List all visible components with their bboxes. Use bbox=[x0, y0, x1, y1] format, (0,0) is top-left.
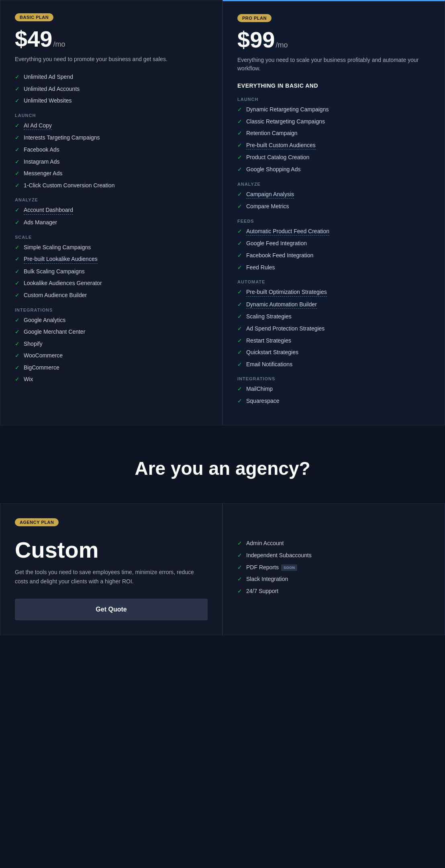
feature-label: Ad Spend Protection Strategies bbox=[246, 325, 325, 333]
check-icon: ✓ bbox=[237, 313, 242, 320]
agency-badge: AGENCY PLAN bbox=[15, 518, 59, 526]
list-item: ✓Email Notifications bbox=[237, 361, 430, 369]
feature-label: Classic Retargeting Campaigns bbox=[246, 118, 325, 126]
section-header: LAUNCH bbox=[15, 113, 208, 118]
list-item: ✓Independent Subaccounts bbox=[237, 552, 430, 560]
basic-sections: LAUNCH✓AI Ad Copy✓Interests Targeting Ca… bbox=[15, 113, 208, 384]
check-icon: ✓ bbox=[15, 219, 20, 226]
check-icon: ✓ bbox=[15, 280, 20, 286]
list-item: ✓Google Analytics bbox=[15, 316, 208, 324]
check-icon: ✓ bbox=[15, 256, 20, 262]
check-icon: ✓ bbox=[237, 588, 242, 594]
check-icon: ✓ bbox=[237, 142, 242, 148]
check-icon: ✓ bbox=[15, 182, 20, 189]
check-icon: ✓ bbox=[237, 349, 242, 355]
check-icon: ✓ bbox=[237, 191, 242, 197]
list-item: ✓PDF ReportsSOON bbox=[237, 564, 430, 572]
check-icon: ✓ bbox=[237, 576, 242, 582]
check-icon: ✓ bbox=[237, 252, 242, 259]
list-item: ✓Lookalike Audiences Generator bbox=[15, 279, 208, 287]
list-item: ✓Unlimited Websites bbox=[15, 97, 208, 105]
feature-label: Compare Metrics bbox=[246, 203, 289, 211]
check-icon: ✓ bbox=[237, 564, 242, 570]
list-item: ✓Pre-built Lookalike Audiences bbox=[15, 255, 208, 264]
check-icon: ✓ bbox=[15, 158, 20, 165]
check-icon: ✓ bbox=[15, 244, 20, 250]
check-icon: ✓ bbox=[237, 398, 242, 404]
list-item: ✓Compare Metrics bbox=[237, 203, 430, 211]
feature-label: Simple Scaling Campaigns bbox=[24, 244, 91, 252]
check-icon: ✓ bbox=[15, 74, 20, 80]
basic-price-amount: $49 bbox=[15, 26, 52, 51]
section-header: FEEDS bbox=[237, 219, 430, 224]
check-icon: ✓ bbox=[237, 289, 242, 295]
agency-price: Custom bbox=[15, 537, 208, 563]
feature-label: Restart Strategies bbox=[246, 337, 291, 345]
check-icon: ✓ bbox=[15, 364, 20, 371]
feature-label: Scaling Strategies bbox=[246, 313, 292, 321]
section-header: ANALYZE bbox=[237, 182, 430, 187]
feature-label: WooCommerce bbox=[24, 352, 63, 360]
list-item: ✓Interests Targeting Campaigns bbox=[15, 134, 208, 142]
check-icon: ✓ bbox=[237, 240, 242, 246]
feature-label: Unlimited Websites bbox=[24, 97, 72, 105]
pro-price-period: /mo bbox=[276, 41, 288, 49]
check-icon: ✓ bbox=[15, 97, 20, 104]
list-item: ✓Squarespace bbox=[237, 397, 430, 405]
check-icon: ✓ bbox=[237, 264, 242, 271]
feature-label: Facebook Feed Integration bbox=[246, 252, 313, 260]
check-icon: ✓ bbox=[237, 118, 242, 125]
feature-label: Unlimited Ad Spend bbox=[24, 73, 73, 81]
list-item: ✓24/7 Support bbox=[237, 587, 430, 595]
check-icon: ✓ bbox=[237, 106, 242, 113]
list-item: ✓Dynamic Retargeting Campaigns bbox=[237, 106, 430, 114]
feature-label: Dynamic Automation Builder bbox=[246, 301, 317, 309]
pro-plan-column: PRO PLAN $99/mo Everything you need to s… bbox=[222, 0, 445, 425]
feature-label: Pre-built Lookalike Audiences bbox=[24, 255, 98, 264]
check-icon: ✓ bbox=[237, 166, 242, 172]
feature-label: Wix bbox=[24, 376, 33, 384]
check-icon: ✓ bbox=[15, 122, 20, 129]
basic-plan-price: $49/mo bbox=[15, 28, 208, 50]
check-icon: ✓ bbox=[237, 386, 242, 392]
list-item: ✓Bulk Scaling Campaigns bbox=[15, 268, 208, 276]
feature-label: Google Analytics bbox=[24, 316, 65, 324]
check-icon: ✓ bbox=[15, 134, 20, 141]
section-header: ANALYZE bbox=[15, 197, 208, 202]
feature-label: Product Catalog Creation bbox=[246, 154, 309, 162]
check-icon: ✓ bbox=[237, 301, 242, 308]
list-item: ✓Ad Spend Protection Strategies bbox=[237, 325, 430, 333]
basic-price-period: /mo bbox=[53, 40, 65, 48]
check-icon: ✓ bbox=[15, 352, 20, 359]
list-item: ✓Instagram Ads bbox=[15, 158, 208, 166]
section-header: INTEGRATIONS bbox=[15, 308, 208, 312]
feature-label: PDF ReportsSOON bbox=[246, 564, 297, 572]
feature-label: Independent Subaccounts bbox=[246, 552, 312, 560]
section-header: AUTOMATE bbox=[237, 279, 430, 284]
agency-left-col: AGENCY PLAN Custom Get the tools you nee… bbox=[0, 503, 222, 635]
list-item: ✓1-Click Custom Conversion Creation bbox=[15, 182, 208, 190]
feature-label: Admin Account bbox=[246, 540, 284, 548]
feature-label: Instagram Ads bbox=[24, 158, 60, 166]
plans-section: BASIC PLAN $49/mo Everything you need to… bbox=[0, 0, 445, 425]
check-icon: ✓ bbox=[15, 268, 20, 275]
agency-features: ✓Admin Account✓Independent Subaccounts✓P… bbox=[237, 540, 430, 599]
check-icon: ✓ bbox=[237, 130, 242, 136]
check-icon: ✓ bbox=[237, 552, 242, 558]
check-icon: ✓ bbox=[15, 146, 20, 153]
list-item: ✓Google Merchant Center bbox=[15, 328, 208, 336]
get-quote-button[interactable]: Get Quote bbox=[15, 599, 208, 620]
list-item: ✓Classic Retargeting Campaigns bbox=[237, 118, 430, 126]
list-item: ✓Custom Audience Builder bbox=[15, 291, 208, 300]
feature-label: Custom Audience Builder bbox=[24, 291, 87, 300]
feature-label: Facebook Ads bbox=[24, 146, 59, 154]
agency-title: Are you an agency? bbox=[0, 458, 445, 479]
feature-label: AI Ad Copy bbox=[24, 122, 52, 130]
check-icon: ✓ bbox=[237, 154, 242, 160]
list-item: ✓Facebook Ads bbox=[15, 146, 208, 154]
list-item: ✓Quickstart Strategies bbox=[237, 349, 430, 357]
list-item: ✓Google Shopping Ads bbox=[237, 166, 430, 174]
list-item: ✓Restart Strategies bbox=[237, 337, 430, 345]
section-header: LAUNCH bbox=[237, 97, 430, 102]
agency-desc: Get the tools you need to save employees… bbox=[15, 568, 208, 586]
